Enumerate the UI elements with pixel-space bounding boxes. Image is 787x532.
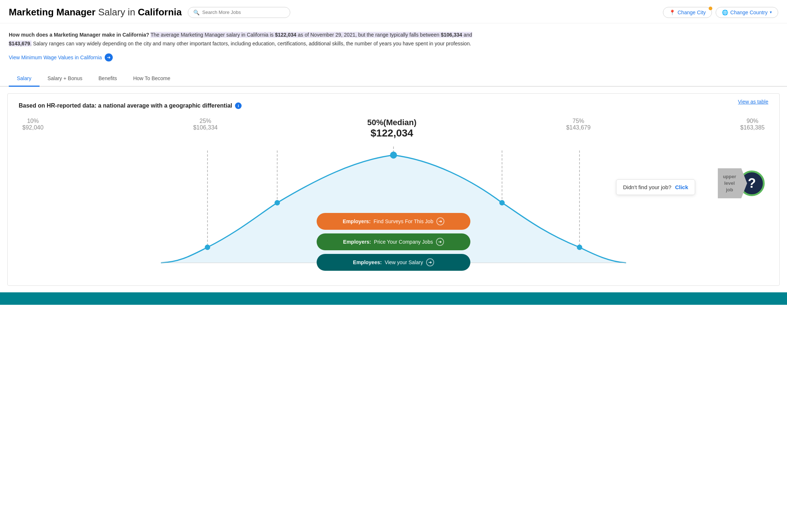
bell-curve-chart: Didn't find your job? Click upperleveljo…: [19, 143, 768, 274]
globe-icon: 🌐: [722, 10, 728, 15]
svg-point-8: [499, 200, 505, 205]
arrow-circle-icon: ➜: [436, 217, 444, 225]
arrow-circle-icon: ➜: [436, 238, 444, 246]
page-title: Marketing Manager Salary in California: [9, 7, 182, 18]
header-actions: 📍 Change City 🌐 Change Country ▾: [663, 7, 778, 18]
percentile-10: 10% $92,040: [22, 118, 44, 139]
svg-point-5: [205, 244, 210, 250]
click-link[interactable]: Click: [675, 184, 688, 190]
min-wage-link[interactable]: View Minimum Wage Values in California ➜: [9, 53, 482, 61]
percentile-90: 90% $163,385: [740, 118, 765, 139]
svg-point-6: [275, 200, 280, 205]
location-icon: 📍: [669, 10, 675, 15]
search-bar[interactable]: 🔍: [188, 7, 290, 18]
chevron-down-icon: ▾: [770, 10, 772, 15]
view-as-table-link[interactable]: View as table: [738, 99, 768, 105]
extra-description: Salary ranges can vary widely depending …: [33, 41, 471, 46]
tab-salary[interactable]: Salary: [9, 71, 40, 87]
tab-benefits[interactable]: Benefits: [90, 71, 125, 87]
change-country-button[interactable]: 🌐 Change Country ▾: [716, 7, 778, 18]
salary-description: How much does a Marketing Manager make i…: [9, 31, 482, 48]
chart-section: Based on HR-reported data: a national av…: [7, 93, 780, 286]
percentile-75: 75% $143,679: [566, 118, 591, 139]
tab-bar: Salary Salary + Bonus Benefits How To Be…: [0, 71, 787, 87]
search-icon: 🔍: [193, 10, 199, 15]
description-section: How much does a Marketing Manager make i…: [0, 23, 491, 67]
click-prompt-tooltip: Didn't find your job? Click: [616, 179, 695, 195]
percentile-25: 25% $106,334: [193, 118, 218, 139]
page-header: Marketing Manager Salary in California 🔍…: [0, 0, 787, 23]
cta-buttons: Employers: Find Surveys For This Job ➜ E…: [317, 213, 470, 271]
arrow-circle-icon: ➜: [105, 53, 113, 61]
upper-level-arrow: upperleveljob: [718, 168, 747, 199]
change-city-button[interactable]: 📍 Change City: [663, 7, 712, 18]
bottom-bar: [0, 292, 787, 305]
question-text: How much does a Marketing Manager make i…: [9, 32, 149, 38]
employees-salary-button[interactable]: Employees: View your Salary ➜: [317, 254, 470, 271]
percentile-50-median: 50%(Median) $122,034: [367, 118, 416, 139]
tab-how-to-become[interactable]: How To Become: [125, 71, 179, 87]
arrow-circle-icon: ➜: [426, 258, 434, 266]
upper-level-badge[interactable]: upperleveljob ?: [718, 168, 765, 199]
chart-header: Based on HR-reported data: a national av…: [19, 102, 242, 109]
svg-point-9: [577, 244, 582, 250]
tab-salary-bonus[interactable]: Salary + Bonus: [40, 71, 90, 87]
info-icon[interactable]: i: [235, 102, 242, 109]
employers-price-button[interactable]: Employers: Price Your Company Jobs ➜: [317, 233, 470, 250]
search-input[interactable]: [202, 10, 285, 15]
notification-dot: [709, 7, 712, 10]
employers-survey-button[interactable]: Employers: Find Surveys For This Job ➜: [317, 213, 470, 230]
percentile-row: 10% $92,040 25% $106,334 50%(Median) $12…: [19, 118, 768, 139]
svg-point-7: [390, 151, 397, 158]
